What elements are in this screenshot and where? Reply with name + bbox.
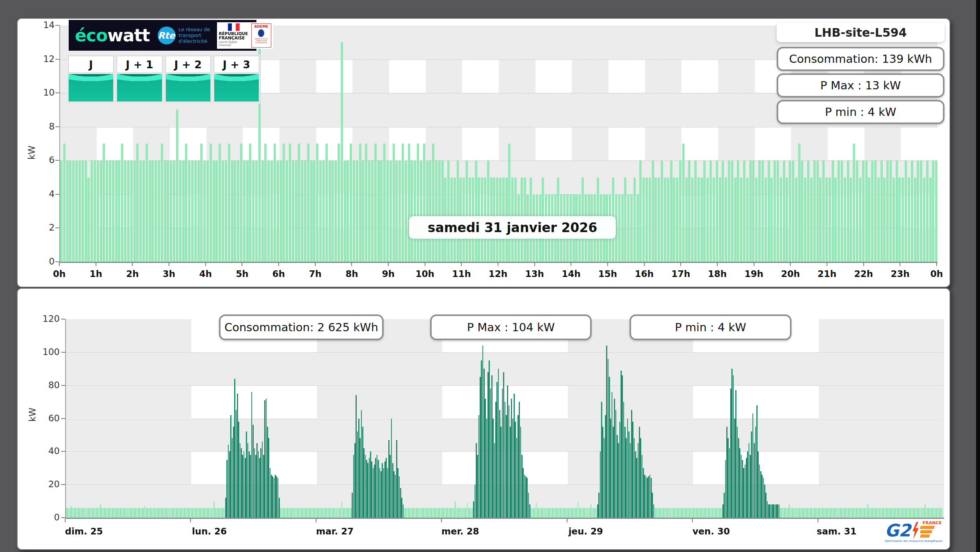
y-tick-label: 14	[27, 20, 55, 30]
bar-15min-baseline	[343, 508, 344, 518]
bar-15min-process	[624, 427, 626, 518]
bar-15min-baseline	[137, 508, 138, 518]
x-tick-label: 0h	[53, 269, 66, 279]
bar-15min-process	[507, 385, 508, 518]
bar-15min-baseline	[695, 508, 696, 518]
bar-15min-baseline	[172, 508, 173, 518]
bar-15min-baseline	[405, 508, 406, 518]
bar-15min-baseline	[155, 508, 156, 518]
bar-15min-baseline	[536, 503, 537, 518]
bar-5min	[225, 160, 227, 262]
bar-15min-baseline	[212, 508, 213, 518]
bar-5min	[264, 144, 267, 262]
bar-15min-baseline	[283, 508, 284, 518]
bar-5min	[694, 160, 697, 262]
bar-5min	[60, 160, 62, 262]
bar-15min-process	[617, 435, 618, 518]
bar-15min-baseline	[880, 508, 882, 518]
bar-15min-baseline	[834, 508, 836, 518]
republique-francaise-logo: RÉPUBLIQUEFRANÇAISE Liberté Égalité Frat…	[217, 22, 274, 49]
bar-15min-baseline	[927, 508, 928, 518]
bar-15min-baseline	[940, 508, 941, 518]
bar-15min-process	[357, 431, 358, 518]
bar-5min	[402, 144, 404, 262]
bar-15min-baseline	[682, 508, 683, 518]
bar-15min-process	[498, 369, 499, 518]
bar-15min-baseline	[790, 508, 791, 518]
bar-15min-baseline	[71, 506, 72, 518]
bar-15min-process	[614, 399, 615, 518]
bar-15min-process	[609, 377, 610, 518]
y-tick-mark	[55, 160, 59, 161]
bar-15min-baseline	[560, 508, 562, 518]
day-tab-j1[interactable]: J + 1	[117, 56, 162, 102]
bar-15min-process	[400, 488, 401, 518]
bar-15min-baseline	[296, 508, 297, 518]
bar-15min-baseline	[866, 508, 867, 518]
bar-15min-baseline	[681, 508, 682, 518]
bar-15min-process	[245, 458, 246, 518]
bar-15min-baseline	[572, 508, 573, 518]
bar-15min-baseline	[533, 508, 534, 518]
bar-15min-baseline	[206, 508, 207, 518]
bar-15min-baseline	[116, 508, 117, 518]
bar-5min	[874, 160, 877, 262]
bar-15min-process	[623, 402, 624, 518]
bar-15min-process	[602, 427, 603, 518]
bar-15min-baseline	[853, 508, 854, 518]
bar-5min	[789, 160, 791, 262]
bar-5min	[91, 160, 93, 262]
bar-15min-baseline	[904, 508, 905, 518]
bar-15min-baseline	[73, 508, 74, 518]
bar-15min-process	[765, 493, 767, 518]
bar-5min	[386, 160, 389, 262]
date-label: samedi 31 janvier 2026	[409, 216, 616, 239]
y-tick-mark	[55, 126, 59, 127]
bar-15min-process	[742, 460, 743, 518]
bar-15min-baseline	[550, 508, 551, 518]
bar-15min-process	[274, 478, 275, 518]
bar-5min	[215, 160, 218, 262]
rte-circle-icon: Rte	[158, 27, 176, 44]
bar-5min	[838, 160, 840, 262]
bar-15min-baseline	[930, 508, 931, 518]
bar-15min-baseline	[324, 508, 325, 518]
x-day-label: mer. 28	[441, 526, 479, 536]
bar-5min	[280, 160, 282, 262]
bar-15min-baseline	[542, 508, 543, 518]
bar-15min-process	[526, 478, 528, 518]
bar-15min-baseline	[789, 504, 790, 518]
bar-15min-baseline	[309, 508, 310, 518]
bar-15min-baseline	[673, 508, 674, 518]
bar-5min	[69, 160, 71, 262]
bar-15min-baseline	[142, 508, 143, 518]
bar-5min	[722, 160, 724, 262]
bar-15min-baseline	[97, 508, 98, 518]
bar-15min-baseline	[832, 508, 833, 518]
bar-15min-baseline	[169, 508, 170, 518]
bar-15min-baseline	[699, 508, 700, 518]
bar-15min-baseline	[584, 508, 585, 518]
x-tick-label: 21h	[818, 269, 836, 279]
bar-15min-baseline	[113, 508, 114, 518]
bar-5min	[862, 160, 864, 262]
day-tab-j[interactable]: J	[68, 56, 114, 102]
bar-15min-baseline	[439, 508, 440, 518]
bar-5min	[667, 177, 669, 262]
bar-15min-baseline	[592, 508, 593, 518]
bar-15min-baseline	[199, 508, 200, 518]
bar-5min	[158, 160, 160, 262]
bar-15min-baseline	[70, 508, 71, 518]
bar-15min-baseline	[93, 508, 94, 518]
day-tab-j2[interactable]: J + 2	[165, 56, 211, 102]
day-tab-j3[interactable]: J + 3	[214, 56, 259, 102]
bar-15min-baseline	[176, 508, 177, 518]
bar-5min	[213, 160, 215, 262]
bar-15min-baseline	[674, 508, 675, 518]
bar-5min	[746, 177, 749, 262]
bar-5min	[652, 160, 654, 262]
bar-15min-process	[267, 427, 268, 518]
bar-15min-process	[254, 448, 255, 518]
bar-15min-baseline	[99, 508, 100, 518]
bar-15min-process	[264, 400, 265, 518]
